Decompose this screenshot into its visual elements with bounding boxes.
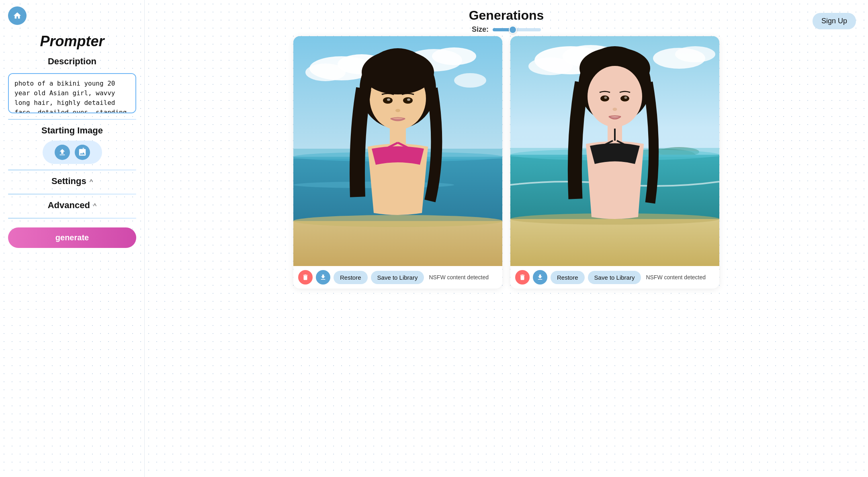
image-2-bottom-bar: Restore Save to Library NSFW content det… xyxy=(510,266,719,289)
home-icon xyxy=(13,11,22,20)
advanced-header[interactable]: Advanced ^ xyxy=(8,200,136,212)
images-grid: Restore Save to Library NSFW content det… xyxy=(157,36,856,289)
app-title: Prompter xyxy=(8,33,136,50)
trash-icon-2 xyxy=(519,274,526,281)
divider-1 xyxy=(8,119,136,120)
top-header: Generations Size: Sign Up xyxy=(157,8,856,34)
description-input[interactable]: photo of a bikini young 20 year old Asia… xyxy=(8,73,136,113)
svg-point-48 xyxy=(613,108,617,111)
sidebar: Prompter Description photo of a bikini y… xyxy=(0,0,145,477)
svg-point-6 xyxy=(454,73,486,88)
svg-point-47 xyxy=(624,96,627,99)
upload-image-button[interactable] xyxy=(55,145,70,160)
save-library-button-1[interactable]: Save to Library xyxy=(371,271,424,284)
restore-button-2[interactable]: Restore xyxy=(551,271,585,284)
image-svg-2 xyxy=(510,36,719,266)
svg-point-22 xyxy=(407,98,410,101)
svg-point-5 xyxy=(432,47,476,65)
image-container-1 xyxy=(293,36,502,266)
image-1-bottom-bar: Restore Save to Library NSFW content det… xyxy=(293,266,502,289)
upload-icon xyxy=(58,148,67,157)
svg-rect-11 xyxy=(293,221,502,266)
download-icon-2 xyxy=(536,274,544,281)
download-button-2[interactable] xyxy=(533,270,547,285)
svg-point-15 xyxy=(362,50,434,94)
settings-arrow: ^ xyxy=(90,178,93,186)
svg-point-12 xyxy=(293,215,502,227)
size-slider[interactable] xyxy=(493,28,541,31)
advanced-arrow: ^ xyxy=(93,202,96,211)
svg-point-3 xyxy=(305,63,346,81)
download-icon-1 xyxy=(319,274,327,281)
size-label: Size: xyxy=(472,25,489,34)
svg-point-27 xyxy=(528,57,573,75)
add-image-button[interactable] xyxy=(75,145,90,160)
signup-button[interactable]: Sign Up xyxy=(813,13,856,29)
image-add-icon xyxy=(78,148,87,157)
settings-header[interactable]: Settings ^ xyxy=(8,176,136,188)
starting-image-controls xyxy=(43,141,102,164)
divider-3 xyxy=(8,194,136,194)
title-size-wrapper: Generations Size: xyxy=(390,8,623,34)
image-svg-1 xyxy=(293,36,502,266)
svg-point-23 xyxy=(395,109,400,112)
image-container-2 xyxy=(510,36,719,266)
save-library-button-2[interactable]: Save to Library xyxy=(588,271,641,284)
divider-2 xyxy=(8,170,136,170)
starting-image-label: Starting Image xyxy=(41,125,103,136)
nsfw-badge-1: NSFW content detected xyxy=(429,274,489,280)
home-button[interactable] xyxy=(8,6,27,25)
generated-image-2 xyxy=(510,36,719,266)
svg-rect-35 xyxy=(510,219,719,266)
nsfw-badge-2: NSFW content detected xyxy=(646,274,706,280)
size-control: Size: xyxy=(472,25,541,34)
description-label: Description xyxy=(8,56,136,67)
svg-point-46 xyxy=(604,96,607,99)
download-button-1[interactable] xyxy=(316,270,330,285)
svg-point-29 xyxy=(675,46,715,62)
restore-button-1[interactable]: Restore xyxy=(334,271,368,284)
divider-4 xyxy=(8,218,136,219)
generate-button[interactable]: generate xyxy=(8,227,136,248)
svg-point-21 xyxy=(387,98,390,101)
starting-image-section: Starting Image xyxy=(8,125,136,164)
image-card-2: Restore Save to Library NSFW content det… xyxy=(510,36,719,289)
delete-button-1[interactable] xyxy=(298,270,313,285)
advanced-label: Advanced xyxy=(48,200,90,211)
page-title: Generations xyxy=(469,8,544,23)
generated-image-1 xyxy=(293,36,502,266)
main-content: Generations Size: Sign Up xyxy=(145,0,868,477)
trash-icon-1 xyxy=(302,274,309,281)
image-card-1: Restore Save to Library NSFW content det… xyxy=(293,36,502,289)
delete-button-2[interactable] xyxy=(515,270,530,285)
settings-label: Settings xyxy=(51,176,86,186)
